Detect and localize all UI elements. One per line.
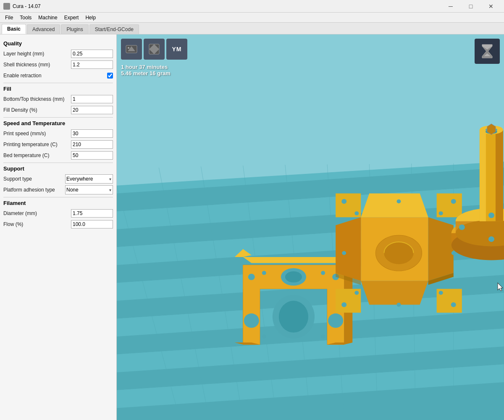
tab-start-end-gcode[interactable]: Start/End-GCode	[89, 24, 139, 34]
svg-point-48	[285, 271, 302, 282]
svg-point-68	[341, 302, 346, 307]
load-model-button[interactable]	[121, 39, 142, 60]
flow-input[interactable]	[71, 220, 113, 228]
svg-marker-58	[336, 217, 361, 281]
svg-point-66	[341, 199, 346, 204]
main-layout: Quality Layer height (mm) Shell thicknes…	[0, 34, 504, 420]
minimize-button[interactable]: ─	[441, 0, 460, 13]
viewport-toolbar: YM	[121, 39, 187, 60]
divider-3	[3, 163, 113, 163]
print-material: 5.46 meter 16 gram	[121, 70, 171, 76]
layer-height-label: Layer height (mm)	[3, 51, 71, 57]
svg-point-1	[128, 47, 129, 49]
quality-section-title: Quality	[3, 40, 113, 47]
menu-machine[interactable]: Machine	[35, 14, 60, 21]
print-speed-row: Print speed (mm/s)	[3, 129, 113, 138]
divider-4	[3, 197, 113, 197]
hourglass-icon	[478, 42, 496, 60]
tab-plugins[interactable]: Plugins	[61, 24, 88, 34]
title-bar: Cura - 14.07 ─ □ ✕	[0, 0, 504, 13]
svg-rect-88	[480, 130, 486, 221]
platform-adhesion-label: Platform adhesion type	[3, 187, 65, 193]
print-speed-input[interactable]	[71, 129, 113, 138]
enable-retraction-label: Enable retraction	[3, 73, 107, 79]
bed-temperature-input[interactable]	[71, 151, 113, 160]
svg-point-77	[439, 291, 443, 294]
maximize-button[interactable]: □	[461, 0, 480, 13]
bottom-top-thickness-label: Bottom/Top thickness (mm)	[3, 96, 71, 102]
fill-density-input[interactable]	[71, 106, 113, 114]
svg-point-51	[262, 335, 266, 339]
enable-retraction-row: Enable retraction	[3, 71, 113, 80]
bottom-top-thickness-input[interactable]	[71, 95, 113, 103]
tab-bar: Basic Advanced Plugins Start/End-GCode	[0, 23, 504, 34]
svg-marker-57	[361, 281, 428, 305]
shell-thickness-label: Shell thickness (mm)	[3, 62, 71, 68]
svg-point-49	[262, 271, 266, 275]
shell-thickness-input[interactable]	[71, 60, 113, 69]
svg-point-70	[396, 200, 401, 203]
svg-point-75	[439, 211, 443, 215]
fill-density-label: Fill Density (%)	[3, 107, 71, 113]
ym-button[interactable]: YM	[166, 39, 187, 60]
menu-file[interactable]: File	[2, 14, 16, 21]
fill-section-title: Fill	[3, 86, 113, 92]
viewport-icon-tr[interactable]	[475, 39, 500, 64]
support-section-title: Support	[3, 165, 113, 172]
title-bar-text: Cura - 14.07	[13, 3, 441, 9]
bed-temperature-row: Bed temperature (C)	[3, 151, 113, 160]
menu-tools[interactable]: Tools	[16, 14, 35, 21]
app-icon	[3, 3, 10, 10]
3d-scene	[117, 34, 504, 420]
svg-point-94	[488, 213, 494, 218]
printing-temperature-label: Printing temperature (C)	[3, 142, 71, 147]
diameter-input[interactable]	[71, 209, 113, 218]
svg-point-73	[452, 251, 456, 255]
svg-marker-56	[361, 194, 428, 218]
platform-adhesion-select[interactable]: None Brim Raft	[65, 185, 113, 194]
close-button[interactable]: ✕	[481, 0, 501, 13]
svg-marker-59	[428, 217, 454, 281]
print-speed-label: Print speed (mm/s)	[3, 131, 71, 136]
platform-adhesion-select-wrapper: None Brim Raft	[65, 185, 113, 194]
divider-1	[3, 83, 113, 83]
support-type-select-wrapper: None Everywhere Touching buildplate	[65, 174, 113, 184]
svg-point-44	[328, 313, 343, 328]
print-info: 1 hour 37 minutes 5.46 meter 16 gram	[121, 64, 171, 76]
bottom-top-thickness-row: Bottom/Top thickness (mm)	[3, 94, 113, 104]
menu-help[interactable]: Help	[82, 14, 99, 21]
layer-height-row: Layer height (mm)	[3, 49, 113, 58]
left-panel: Quality Layer height (mm) Shell thicknes…	[0, 34, 117, 420]
layer-height-input[interactable]	[71, 50, 113, 58]
svg-point-76	[354, 291, 359, 294]
diameter-label: Diameter (mm)	[3, 210, 71, 216]
tab-advanced[interactable]: Advanced	[27, 24, 60, 34]
svg-point-43	[244, 313, 259, 328]
svg-point-67	[451, 199, 456, 204]
svg-point-50	[321, 271, 325, 275]
support-type-label: Support type	[3, 176, 65, 182]
menu-bar: File Tools Machine Expert Help	[0, 13, 504, 23]
svg-point-92	[459, 224, 465, 230]
speed-temp-section-title: Speed and Temperature	[3, 120, 113, 126]
svg-point-45	[248, 274, 255, 280]
tab-basic[interactable]: Basic	[2, 24, 26, 34]
printing-temperature-row: Printing temperature (C)	[3, 140, 113, 149]
support-type-row: Support type None Everywhere Touching bu…	[3, 174, 113, 184]
print-time: 1 hour 37 minutes	[121, 64, 171, 70]
viewport[interactable]: YM 1 hour 37 minutes 5.46 meter 16 gram	[117, 34, 504, 420]
fill-density-row: Fill Density (%)	[3, 105, 113, 115]
menu-expert[interactable]: Expert	[61, 14, 82, 21]
printing-temperature-input[interactable]	[71, 140, 113, 149]
shell-thickness-row: Shell thickness (mm)	[3, 60, 113, 69]
flow-label: Flow (%)	[3, 221, 71, 227]
svg-point-52	[321, 335, 325, 339]
svg-point-74	[354, 211, 359, 215]
platform-adhesion-row: Platform adhesion type None Brim Raft	[3, 185, 113, 194]
divider-2	[3, 117, 113, 118]
diameter-row: Diameter (mm)	[3, 209, 113, 218]
enable-retraction-checkbox[interactable]	[107, 73, 113, 79]
view-mode-button[interactable]	[144, 39, 165, 60]
svg-point-69	[451, 302, 456, 307]
support-type-select[interactable]: None Everywhere Touching buildplate	[65, 174, 113, 184]
